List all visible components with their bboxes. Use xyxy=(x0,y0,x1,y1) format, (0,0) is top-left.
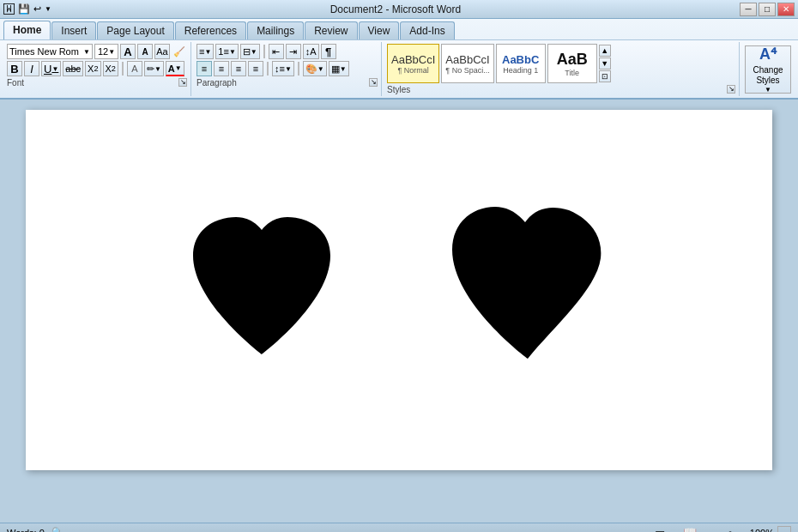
shading-button[interactable]: 🎨▼ xyxy=(303,61,327,76)
justify-button[interactable]: ≡ xyxy=(248,61,263,76)
styles-scroll: ▲ ▼ ⊡ xyxy=(599,44,611,83)
font-grow-button[interactable]: A xyxy=(120,44,136,59)
subscript-button[interactable]: X2 xyxy=(85,61,100,76)
quick-save-icon[interactable]: 💾 xyxy=(18,3,30,15)
window-title: Document2 - Microsoft Word xyxy=(51,3,740,15)
font-name-selector[interactable]: Times New Rom ▼ xyxy=(7,44,93,59)
tab-review[interactable]: Review xyxy=(305,21,357,39)
multilevel-button[interactable]: ⊟▼ xyxy=(240,44,260,59)
style-nospacing-button[interactable]: AaBbCcI ¶ No Spaci... xyxy=(441,44,493,83)
line-spacing-button[interactable]: ↕≡▼ xyxy=(272,61,294,76)
tab-home[interactable]: Home xyxy=(3,21,51,39)
quick-access-toolbar: 🅆 💾 ↩ ▼ xyxy=(3,3,51,15)
style-normal-button[interactable]: AaBbCcI ¶ Normal xyxy=(387,44,439,83)
zoom-slider[interactable]: ────●── xyxy=(700,528,746,533)
align-center-button[interactable]: ≡ xyxy=(214,61,229,76)
tab-view[interactable]: View xyxy=(359,21,400,39)
change-styles-group: A⁴ ChangeStyles ▼ xyxy=(741,42,795,96)
style-title-button[interactable]: AaB Title xyxy=(547,44,597,83)
underline-button[interactable]: U▼ xyxy=(41,61,61,76)
align-right-button[interactable]: ≡ xyxy=(231,61,246,76)
styles-group: AaBbCcI ¶ Normal AaBbCcI ¶ No Spaci... A… xyxy=(384,42,740,96)
bullets-button[interactable]: ≡▼ xyxy=(196,44,214,59)
view-fullpage-icon[interactable]: ▬ xyxy=(668,526,680,532)
change-styles-button[interactable]: A⁴ ChangeStyles ▼ xyxy=(745,45,791,94)
restore-button[interactable]: □ xyxy=(759,3,776,16)
view-normal-icon[interactable]: ▭ xyxy=(655,526,665,532)
styles-expand-button[interactable]: ↘ xyxy=(727,85,735,94)
proofing-icon[interactable]: 🔍 xyxy=(51,527,63,532)
tab-insert[interactable]: Insert xyxy=(51,21,96,39)
bold-button[interactable]: B xyxy=(7,61,22,76)
tab-mailings[interactable]: Mailings xyxy=(247,21,304,39)
dropdown-arrow-icon[interactable]: ▼ xyxy=(45,5,51,13)
change-case-button[interactable]: Aa xyxy=(154,44,170,59)
tab-references[interactable]: References xyxy=(175,21,246,39)
italic-button[interactable]: I xyxy=(24,61,39,76)
paragraph-group-label-row: Paragraph ↘ xyxy=(196,76,378,88)
borders-button[interactable]: ▦▼ xyxy=(329,61,349,76)
change-styles-label: ChangeStyles xyxy=(753,65,783,86)
increase-indent-button[interactable]: ⇥ xyxy=(286,44,301,59)
styles-group-label: Styles xyxy=(387,83,410,94)
title-bar: 🅆 💾 ↩ ▼ Document2 - Microsoft Word ─ □ ✕ xyxy=(0,0,798,19)
zoom-bar: ▭ ▬ 📖 ────●── 100% − xyxy=(655,526,791,533)
show-formatting-button[interactable]: ¶ xyxy=(321,44,336,59)
sort-button[interactable]: ↕A xyxy=(303,44,319,59)
sep3 xyxy=(267,62,269,76)
document-area xyxy=(0,100,798,523)
zoom-minus-button[interactable]: − xyxy=(777,526,791,533)
word-count: Words: 0 xyxy=(7,528,45,533)
style-heading1-label: Heading 1 xyxy=(503,66,538,75)
ribbon-content: Times New Rom ▼ 12 ▼ A A Aa 🧹 B I U▼ abc… xyxy=(0,39,798,98)
font-expand-button[interactable]: ↘ xyxy=(178,78,187,87)
style-title-label: Title xyxy=(565,69,579,77)
tab-page-layout[interactable]: Page Layout xyxy=(97,21,173,39)
sep4 xyxy=(298,62,299,76)
strikethrough-button[interactable]: abc xyxy=(63,61,83,76)
font-size-dropdown[interactable]: ▼ xyxy=(108,48,115,56)
paragraph-expand-button[interactable]: ↘ xyxy=(369,78,378,87)
superscript-button[interactable]: X2 xyxy=(103,61,118,76)
change-styles-icon: A⁴ xyxy=(759,45,777,63)
styles-row: AaBbCcI ¶ Normal AaBbCcI ¶ No Spaci... A… xyxy=(387,44,735,83)
text-effects-button[interactable]: A xyxy=(127,61,142,76)
status-left: Words: 0 🔍 xyxy=(7,527,63,532)
paragraph-group-label: Paragraph xyxy=(196,76,237,88)
view-reading-icon[interactable]: 📖 xyxy=(683,526,697,532)
styles-scroll-more[interactable]: ⊡ xyxy=(599,70,611,82)
style-nospacing-preview: AaBbCcI xyxy=(445,53,489,66)
status-right: ▭ ▬ 📖 ────●── 100% − xyxy=(655,526,791,533)
paragraph-row2: ≡ ≡ ≡ ≡ ↕≡▼ 🎨▼ ▦▼ xyxy=(196,61,378,76)
clear-format-button[interactable]: 🧹 xyxy=(172,44,187,59)
minimize-button[interactable]: ─ xyxy=(740,3,757,16)
styles-scroll-down[interactable]: ▼ xyxy=(599,57,611,70)
close-button[interactable]: ✕ xyxy=(777,3,795,16)
style-nospacing-label: ¶ No Spaci... xyxy=(445,66,489,75)
styles-scroll-up[interactable]: ▲ xyxy=(599,45,611,57)
style-normal-label: ¶ Normal xyxy=(397,66,428,75)
highlight-button[interactable]: ✏▼ xyxy=(144,61,164,76)
style-heading1-button[interactable]: AaBbC Heading 1 xyxy=(496,44,546,83)
font-shrink-button[interactable]: A xyxy=(137,44,153,59)
font-row1: Times New Rom ▼ 12 ▼ A A Aa 🧹 xyxy=(7,44,187,59)
heart-right xyxy=(442,200,614,380)
undo-icon[interactable]: ↩ xyxy=(33,3,41,15)
numbering-button[interactable]: 1≡▼ xyxy=(215,44,238,59)
status-bar: Words: 0 🔍 ▭ ▬ 📖 ────●── 100% − xyxy=(0,523,798,532)
font-group-label: Font xyxy=(7,76,24,88)
styles-group-label-row: Styles ↘ xyxy=(387,83,735,94)
font-size-selector[interactable]: 12 ▼ xyxy=(94,44,118,59)
font-name-dropdown[interactable]: ▼ xyxy=(83,48,90,56)
separator xyxy=(122,62,124,76)
font-color-button[interactable]: A▼ xyxy=(166,61,184,76)
tab-add-ins[interactable]: Add-Ins xyxy=(400,21,454,39)
tab-bar: Home Insert Page Layout References Maili… xyxy=(0,19,798,39)
align-left-button[interactable]: ≡ xyxy=(196,61,212,76)
font-row2: B I U▼ abc X2 X2 A ✏▼ A▼ xyxy=(7,61,187,76)
change-styles-arrow: ▼ xyxy=(765,86,771,94)
heart-left xyxy=(184,209,339,372)
decrease-indent-button[interactable]: ⇤ xyxy=(269,44,284,59)
sep2 xyxy=(263,45,265,58)
style-normal-preview: AaBbCcI xyxy=(391,53,435,66)
